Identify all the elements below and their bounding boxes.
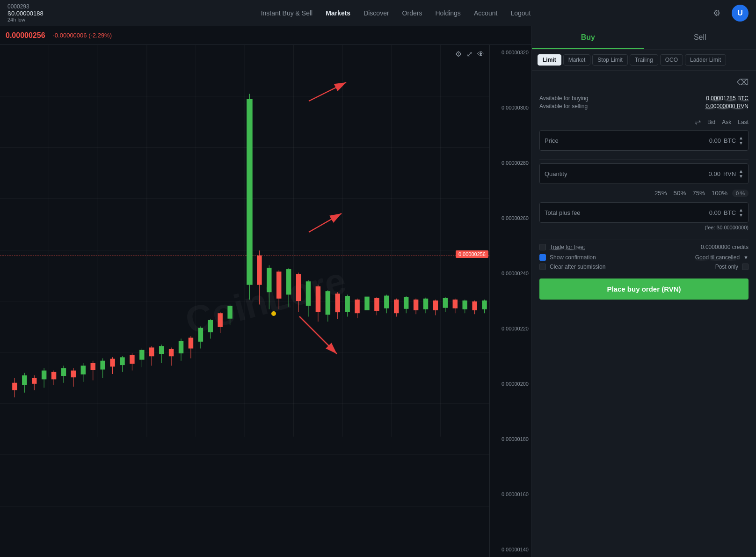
trade-free-label: Trade for free: bbox=[550, 244, 585, 250]
nav-instant-buy[interactable]: Instant Buy & Sell bbox=[261, 7, 313, 19]
quantity-up-btn[interactable]: ▲ bbox=[739, 169, 743, 174]
svg-rect-102 bbox=[472, 301, 477, 310]
svg-rect-40 bbox=[159, 346, 164, 354]
ask-label[interactable]: Ask bbox=[722, 119, 731, 125]
order-type-limit[interactable]: Limit bbox=[538, 54, 561, 66]
svg-rect-100 bbox=[462, 300, 467, 309]
price-stepper: ▲ ▼ bbox=[739, 136, 743, 146]
svg-rect-58 bbox=[257, 256, 262, 285]
total-down-btn[interactable]: ▼ bbox=[739, 213, 743, 218]
main-layout: 0.00000256 -0.00000006 (-2.29%) ⚙ ⤢ 👁 0.… bbox=[0, 26, 756, 557]
svg-rect-48 bbox=[198, 328, 203, 342]
price-level-6: 0.00000200 bbox=[493, 381, 529, 387]
nav-account[interactable]: Account bbox=[474, 7, 498, 19]
nav-holdings[interactable]: Holdings bbox=[435, 7, 460, 19]
price-level-9: 0.00000140 bbox=[493, 547, 529, 552]
pct-100-btn[interactable]: 100% bbox=[710, 189, 729, 198]
svg-rect-16 bbox=[42, 371, 46, 380]
filter-icon: ⇌ bbox=[695, 117, 701, 126]
last-label[interactable]: Last bbox=[738, 119, 749, 125]
fee-label: (fee: ß0.00000000) bbox=[705, 225, 749, 230]
svg-rect-104 bbox=[482, 300, 487, 309]
price-level-3: 0.00000260 bbox=[493, 215, 529, 221]
order-type-trailing[interactable]: Trailing bbox=[630, 54, 658, 66]
form-panel: ⌫ Available for buying 0.00001285 BTC Av… bbox=[532, 71, 756, 557]
price-up-btn[interactable]: ▲ bbox=[739, 136, 743, 140]
svg-rect-80 bbox=[364, 297, 369, 310]
nav-logout[interactable]: Logout bbox=[510, 7, 531, 19]
quantity-value[interactable]: 0.00 bbox=[709, 170, 720, 177]
show-confirmation-checkbox[interactable] bbox=[539, 254, 546, 261]
svg-rect-12 bbox=[22, 375, 27, 385]
buy-tab[interactable]: Buy bbox=[532, 26, 644, 49]
price-label: Price bbox=[545, 137, 709, 144]
bid-ask-row: ⇌ Bid Ask Last bbox=[539, 117, 749, 126]
pct-current: 0 % bbox=[732, 190, 749, 197]
gtc-dropdown[interactable]: Good til cancelled bbox=[695, 254, 740, 261]
price-level-5: 0.00000220 bbox=[493, 326, 529, 331]
top-nav: 0000293 ß0.00000188 24h low Instant Buy … bbox=[0, 0, 756, 26]
nav-markets[interactable]: Markets bbox=[326, 7, 350, 19]
sell-tab[interactable]: Sell bbox=[644, 26, 756, 49]
order-type-ladder[interactable]: Ladder Limit bbox=[685, 54, 726, 66]
show-confirmation-row: Show confirmation Good til cancelled ▼ bbox=[539, 254, 749, 261]
svg-rect-28 bbox=[100, 361, 105, 370]
settings-icon-btn[interactable]: ⚙ bbox=[709, 6, 724, 21]
available-buying-value: 0.00001285 BTC bbox=[706, 95, 749, 102]
clear-after-checkbox[interactable] bbox=[539, 264, 546, 270]
svg-rect-88 bbox=[404, 297, 408, 309]
price-level-1: 0.00000300 bbox=[493, 105, 529, 110]
trade-free-checkbox[interactable] bbox=[539, 244, 546, 250]
svg-rect-18 bbox=[51, 372, 56, 380]
price-level-0: 0.00000320 bbox=[493, 50, 529, 55]
price-level-4: 0.00000240 bbox=[493, 271, 529, 276]
svg-rect-52 bbox=[218, 313, 222, 327]
candlestick-chart bbox=[0, 45, 489, 437]
place-order-button[interactable]: Place buy order (RVN) bbox=[539, 278, 749, 300]
pct-25-btn[interactable]: 25% bbox=[653, 189, 669, 198]
total-stepper: ▲ ▼ bbox=[739, 208, 743, 218]
pct-50-btn[interactable]: 50% bbox=[672, 189, 688, 198]
order-type-market[interactable]: Market bbox=[563, 54, 591, 66]
user-avatar[interactable]: U bbox=[732, 5, 749, 22]
nav-links: Instant Buy & Sell Markets Discover Orde… bbox=[82, 7, 709, 19]
svg-rect-14 bbox=[32, 378, 36, 384]
svg-rect-96 bbox=[443, 298, 448, 308]
right-panel: Buy Sell Limit Market Stop Limit Trailin… bbox=[531, 26, 756, 557]
svg-rect-62 bbox=[276, 271, 281, 299]
price-value[interactable]: 0.00 bbox=[709, 137, 721, 144]
order-type-stop-limit[interactable]: Stop Limit bbox=[592, 54, 627, 66]
clear-button[interactable]: ⌫ bbox=[737, 77, 749, 88]
svg-rect-56 bbox=[247, 99, 253, 285]
clear-after-row: Clear after submission Post only bbox=[539, 264, 749, 270]
svg-rect-94 bbox=[433, 300, 438, 310]
price-down-btn[interactable]: ▼ bbox=[739, 141, 743, 146]
available-buying-label: Available for buying bbox=[539, 95, 589, 102]
total-value[interactable]: 0.00 bbox=[709, 209, 721, 216]
svg-rect-26 bbox=[91, 363, 95, 370]
available-selling-value: 0.00000000 RVN bbox=[705, 103, 749, 110]
pct-row: 25% 50% 75% 100% 0 % bbox=[539, 189, 749, 198]
svg-rect-82 bbox=[374, 298, 379, 311]
post-only-section: Post only bbox=[715, 264, 749, 270]
svg-rect-50 bbox=[208, 320, 213, 332]
svg-rect-66 bbox=[296, 274, 301, 301]
nav-orders[interactable]: Orders bbox=[402, 7, 422, 19]
total-up-btn[interactable]: ▲ bbox=[739, 208, 743, 213]
quantity-field-group: Quantity 0.00 RVN ▲ ▼ bbox=[539, 163, 749, 184]
svg-rect-34 bbox=[130, 355, 134, 364]
svg-rect-78 bbox=[355, 300, 359, 313]
price-field-row: Price 0.00 BTC ▲ ▼ bbox=[539, 130, 749, 151]
pct-75-btn[interactable]: 75% bbox=[691, 189, 707, 198]
svg-rect-42 bbox=[169, 349, 174, 357]
post-only-checkbox[interactable] bbox=[742, 264, 749, 270]
nav-discover[interactable]: Discover bbox=[363, 7, 389, 19]
svg-rect-92 bbox=[423, 299, 428, 309]
svg-rect-70 bbox=[316, 286, 320, 312]
svg-rect-84 bbox=[384, 296, 389, 308]
order-type-oco[interactable]: OCO bbox=[660, 54, 683, 66]
quantity-down-btn[interactable]: ▼ bbox=[739, 174, 743, 179]
svg-rect-30 bbox=[110, 359, 115, 366]
bid-label[interactable]: Bid bbox=[707, 119, 715, 125]
available-selling-row: Available for selling 0.00000000 RVN bbox=[539, 103, 749, 110]
